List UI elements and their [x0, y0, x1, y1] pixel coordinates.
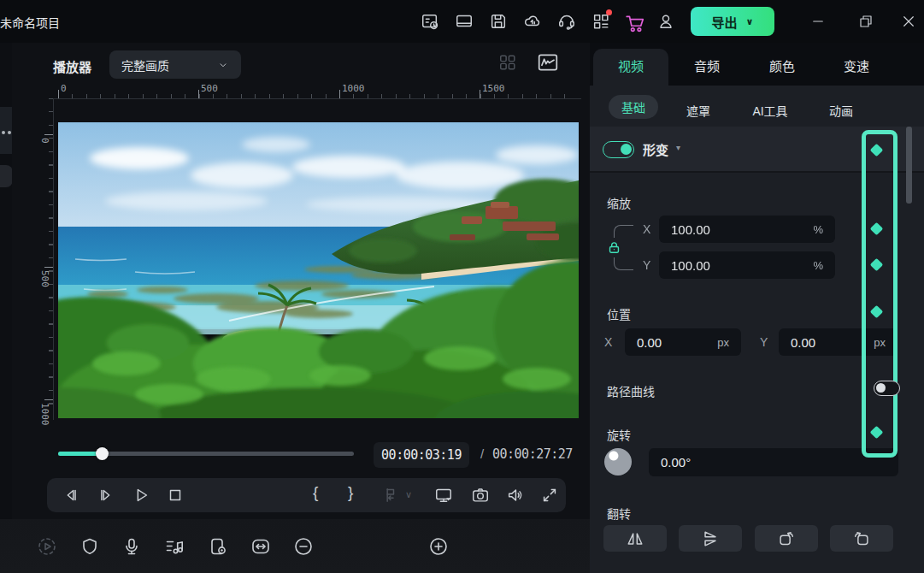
- project-versions-icon[interactable]: [421, 12, 439, 31]
- previous-frame-icon[interactable]: [62, 486, 80, 505]
- seekbar-thumb[interactable]: [96, 447, 109, 460]
- render-preview-icon[interactable]: [37, 536, 57, 557]
- account-icon[interactable]: [656, 12, 675, 31]
- split-screen-icon[interactable]: [498, 53, 517, 72]
- marker-icon[interactable]: [380, 486, 398, 505]
- cloud-upload-icon[interactable]: [523, 12, 542, 31]
- ruler-h-tick: [480, 90, 480, 98]
- shopping-cart-icon[interactable]: [624, 12, 646, 31]
- keyframe-scale-y-button[interactable]: [870, 258, 884, 272]
- ruler-h-label: 0: [61, 83, 67, 94]
- tab-video[interactable]: 视频: [597, 56, 665, 74]
- scale-y-input[interactable]: 100.00 %: [659, 251, 835, 279]
- more-icon[interactable]: [2, 131, 5, 134]
- flip-horizontal-button[interactable]: [603, 525, 667, 552]
- record-voiceover-icon[interactable]: [121, 536, 142, 557]
- ruler-v-minor-ticks: [49, 98, 53, 415]
- keyframe-scale-x-button[interactable]: [870, 222, 884, 236]
- total-time: 00:00:27:27: [492, 446, 573, 462]
- lock-icon[interactable]: [607, 240, 621, 255]
- panel-scrollbar-thumb[interactable]: [906, 127, 912, 204]
- current-time[interactable]: 00:00:03:19: [374, 442, 469, 468]
- stop-icon[interactable]: [166, 486, 185, 505]
- zoom-out-icon[interactable]: [293, 536, 314, 557]
- tab-color[interactable]: 颜色: [748, 56, 816, 74]
- scopes-icon[interactable]: [537, 51, 559, 74]
- chevron-down-icon: [217, 59, 229, 71]
- mute-icon[interactable]: [506, 486, 525, 505]
- subtab-ai-tools[interactable]: AI工具: [736, 102, 804, 119]
- screen-record-icon[interactable]: [208, 536, 228, 557]
- scale-label: 缩放: [607, 194, 631, 211]
- auto-fit-icon[interactable]: [250, 536, 271, 557]
- tab-speed[interactable]: 变速: [822, 56, 891, 74]
- scale-x-input[interactable]: 100.00 %: [659, 216, 835, 243]
- subtab-basic[interactable]: 基础: [609, 95, 658, 119]
- position-x-input[interactable]: 0.00 px: [625, 328, 741, 356]
- panel-subtabs: 基础 遮罩 AI工具 动画: [590, 86, 924, 127]
- ruler-horizontal: 0 500 1000 1500: [53, 84, 581, 99]
- position-x-unit: px: [717, 336, 729, 349]
- player-label: 播放器: [53, 57, 91, 75]
- panel-tabstrip: 视频 音频 颜色 变速: [590, 43, 924, 86]
- ruler-v-tick: [44, 267, 53, 268]
- save-icon[interactable]: [489, 12, 508, 31]
- rotate-cw-button[interactable]: [755, 525, 818, 552]
- ruler-v-tick: [44, 399, 53, 400]
- transform-collapse-icon[interactable]: ▾: [676, 143, 680, 152]
- transform-toggle[interactable]: [603, 141, 634, 158]
- rotate-label: 旋转: [607, 426, 631, 443]
- restore-button[interactable]: [858, 14, 874, 29]
- ruler-h-label: 1000: [342, 83, 365, 94]
- keyframe-column-highlight: [862, 130, 898, 458]
- timeline-toolbar: 音量 ▲: [0, 519, 590, 573]
- scale-link-bracket-top: [614, 225, 633, 238]
- mark-in-icon[interactable]: {: [313, 483, 318, 502]
- shield-icon[interactable]: [79, 536, 100, 557]
- flip-label: 翻转: [607, 505, 631, 522]
- flip-horizontal-icon: [626, 529, 644, 548]
- quality-select[interactable]: 完整画质: [109, 50, 241, 79]
- export-chevron-icon: ∨: [746, 16, 754, 27]
- transform-label: 形变: [643, 140, 668, 158]
- keyframe-position-button[interactable]: [870, 305, 884, 319]
- close-button[interactable]: [901, 14, 916, 29]
- next-frame-icon[interactable]: [97, 486, 115, 505]
- position-x-label: X: [604, 335, 612, 349]
- minimize-button[interactable]: [810, 14, 826, 29]
- mark-out-icon[interactable]: }: [348, 483, 353, 502]
- ruler-v-tick: [44, 134, 53, 135]
- keyframe-rotate-button[interactable]: [870, 426, 884, 440]
- marker-chevron-icon[interactable]: ∨: [405, 489, 412, 500]
- rotate-ccw-button[interactable]: [830, 525, 893, 552]
- path-curve-toggle[interactable]: [874, 381, 900, 396]
- support-headset-icon[interactable]: [557, 12, 576, 31]
- ruler-v-label: 0: [39, 138, 50, 144]
- snapshot-icon[interactable]: [471, 486, 490, 505]
- flip-vertical-button[interactable]: [679, 525, 742, 552]
- flip-vertical-icon: [701, 529, 720, 548]
- beat-detection-icon[interactable]: [164, 536, 185, 557]
- export-button[interactable]: 导出 ∨: [691, 7, 774, 36]
- display-icon[interactable]: [434, 486, 453, 505]
- rotate-input[interactable]: 0.00°: [649, 448, 898, 476]
- video-preview[interactable]: [58, 122, 579, 418]
- fullscreen-icon[interactable]: [540, 486, 559, 505]
- scale-x-value: 100.00: [671, 222, 710, 237]
- quality-value: 完整画质: [121, 56, 169, 74]
- play-icon[interactable]: [132, 486, 150, 505]
- apps-grid-icon[interactable]: [591, 12, 610, 31]
- project-title: 未命名项目: [0, 14, 60, 31]
- titlebar: 未命名项目 导出 ∨: [0, 0, 924, 43]
- zoom-in-icon[interactable]: [428, 536, 449, 557]
- position-y-input[interactable]: 0.00 px: [779, 328, 898, 356]
- rotate-dial[interactable]: [604, 448, 632, 476]
- tab-audio[interactable]: 音频: [673, 56, 741, 74]
- rotate-ccw-icon: [852, 529, 871, 548]
- subtab-animation[interactable]: 动画: [807, 102, 875, 119]
- scale-x-label: X: [643, 222, 650, 236]
- presenter-screen-icon[interactable]: [455, 12, 474, 31]
- rotate-value: 0.00°: [661, 455, 691, 470]
- scale-y-label: Y: [643, 258, 650, 272]
- subtab-mask[interactable]: 遮罩: [664, 102, 733, 119]
